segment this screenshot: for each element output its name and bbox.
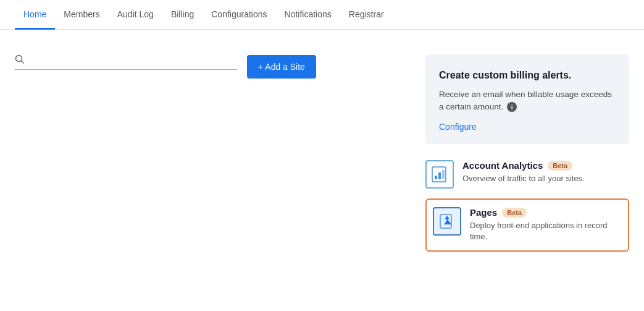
svg-line-1	[22, 61, 24, 64]
svg-rect-3	[435, 176, 437, 179]
pages-card[interactable]: Pages Beta Deploy front-end applications…	[425, 198, 629, 251]
pages-text: Pages Beta Deploy front-end applications…	[470, 207, 622, 242]
analytics-icon	[425, 160, 454, 189]
svg-rect-5	[442, 170, 445, 179]
pages-title: Pages	[470, 207, 497, 218]
analytics-text: Account Analytics Beta Overview of traff…	[462, 160, 585, 184]
search-row: + Add a Site	[15, 54, 411, 85]
search-input[interactable]	[29, 55, 237, 65]
pages-title-row: Pages Beta	[470, 207, 622, 218]
analytics-title: Account Analytics	[462, 160, 543, 171]
analytics-description: Overview of traffic to all your sites.	[462, 173, 585, 184]
info-icon: i	[507, 102, 517, 112]
tab-audit-log[interactable]: Audit Log	[109, 1, 162, 30]
pages-icon	[433, 207, 461, 236]
search-icon	[15, 54, 24, 66]
billing-card: Create custom billing alerts. Receive an…	[425, 54, 629, 144]
analytics-beta-badge: Beta	[548, 161, 572, 171]
tab-billing[interactable]: Billing	[162, 1, 203, 30]
tab-registrar[interactable]: Registrar	[340, 1, 393, 30]
svg-rect-6	[440, 215, 451, 228]
tab-members[interactable]: Members	[55, 1, 108, 30]
billing-card-description: Receive an email when billable usage exc…	[439, 88, 616, 114]
billing-card-title: Create custom billing alerts.	[439, 69, 616, 82]
pages-beta-badge: Beta	[502, 208, 527, 218]
pages-description: Deploy front-end applications in record …	[470, 220, 622, 242]
configure-link[interactable]: Configure	[439, 122, 477, 132]
tab-home[interactable]: Home	[15, 1, 55, 30]
add-site-button[interactable]: + Add a Site	[247, 55, 316, 79]
svg-marker-9	[445, 216, 450, 219]
right-panel: Create custom billing alerts. Receive an…	[425, 54, 629, 252]
tab-configurations[interactable]: Configurations	[203, 1, 275, 30]
svg-rect-4	[438, 173, 441, 179]
analytics-card: Account Analytics Beta Overview of traff…	[425, 151, 629, 191]
nav-bar: Home Members Audit Log Billing Configura…	[0, 0, 644, 30]
tab-notifications[interactable]: Notifications	[276, 1, 340, 30]
analytics-title-row: Account Analytics Beta	[462, 160, 585, 171]
search-bar	[15, 54, 237, 70]
left-panel: + Add a Site	[15, 54, 411, 252]
main-content: + Add a Site Create custom billing alert…	[0, 30, 644, 266]
